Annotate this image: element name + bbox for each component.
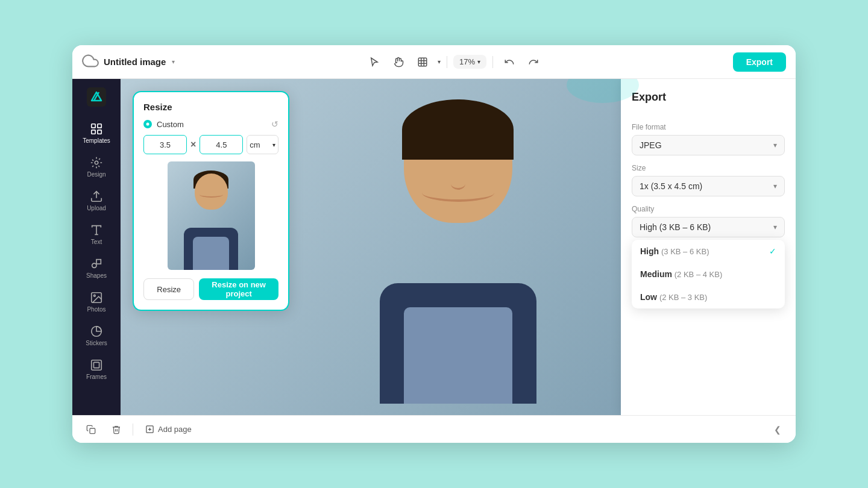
resize-panel: Resize Custom ↺ × cm ▾ <box>133 91 289 311</box>
sidebar-item-templates-label: Templates <box>83 137 110 144</box>
header-left: Untitled image ▾ <box>82 52 175 72</box>
check-icon: ✓ <box>769 246 776 256</box>
width-input[interactable] <box>143 135 187 154</box>
dimension-separator: × <box>190 139 196 150</box>
preview-head <box>195 174 228 210</box>
svg-rect-9 <box>98 130 101 134</box>
title-chevron-icon[interactable]: ▾ <box>172 58 175 65</box>
shapes-icon <box>90 257 103 271</box>
sidebar-item-design[interactable]: Design <box>77 151 116 183</box>
svg-rect-21 <box>90 428 95 434</box>
resize-option-custom: Custom ↺ <box>143 119 278 129</box>
sidebar-item-stickers[interactable]: Stickers <box>77 320 116 351</box>
toolbar-separator-2 <box>492 56 493 68</box>
sidebar-item-upload[interactable]: Upload <box>77 185 116 216</box>
quality-low-label: Low (2 KB – 3 KB) <box>640 292 707 302</box>
unit-select[interactable]: cm ▾ <box>247 135 278 154</box>
hair-shape <box>402 99 514 160</box>
sidebar-item-photos[interactable]: Photos <box>77 286 116 318</box>
zoom-value: 17% <box>459 57 475 66</box>
unit-chevron-icon: ▾ <box>272 142 275 148</box>
size-label: Size <box>632 164 785 172</box>
header: Untitled image ▾ <box>72 45 796 79</box>
resize-actions: Resize Resize on new project <box>143 278 278 300</box>
sidebar-item-text-label: Text <box>91 239 102 245</box>
stickers-icon <box>90 325 103 338</box>
bottom-separator <box>133 424 133 436</box>
undo-button[interactable] <box>499 52 520 72</box>
cursor-tool-button[interactable] <box>364 52 385 72</box>
svg-point-10 <box>95 161 98 164</box>
export-panel-title: Export <box>632 91 785 104</box>
canvas-area[interactable]: Resize Custom ↺ × cm ▾ <box>121 79 796 415</box>
file-format-select[interactable]: JPEG ▾ <box>632 135 785 155</box>
sidebar-item-stickers-label: Stickers <box>86 340 107 346</box>
design-icon <box>90 156 103 169</box>
add-page-label: Add page <box>158 425 192 434</box>
svg-rect-7 <box>98 124 101 128</box>
size-chevron-icon: ▾ <box>773 182 777 190</box>
quality-value: High (3 KB – 6 KB) <box>640 222 711 232</box>
project-title: Untitled image <box>104 57 166 67</box>
sidebar-item-text[interactable]: Text <box>77 219 116 250</box>
frames-icon <box>90 358 103 372</box>
sidebar-item-templates[interactable]: Templates <box>77 117 116 149</box>
file-format-value: JPEG <box>640 140 662 150</box>
header-right: Export <box>733 52 786 72</box>
svg-rect-15 <box>96 260 101 264</box>
toolbar-separator <box>447 56 447 68</box>
refresh-icon[interactable]: ↺ <box>271 119 278 129</box>
collapse-panel-button[interactable]: ❮ <box>769 421 786 438</box>
sidebar-item-upload-label: Upload <box>87 205 106 211</box>
body: Templates Design Upload Text <box>72 79 796 415</box>
export-button[interactable]: Export <box>733 52 786 72</box>
resize-preview <box>168 161 255 270</box>
add-page-icon <box>145 425 154 434</box>
sidebar: Templates Design Upload Text <box>72 79 121 415</box>
height-input[interactable] <box>200 135 243 154</box>
svg-point-14 <box>92 263 96 267</box>
quality-label: Quality <box>632 205 785 213</box>
quality-medium-label: Medium (2 KB – 4 KB) <box>640 269 722 279</box>
svg-rect-8 <box>92 130 95 134</box>
canvas-background: Resize Custom ↺ × cm ▾ <box>121 79 796 415</box>
add-page-button[interactable]: Add page <box>140 422 197 436</box>
svg-rect-19 <box>92 360 102 371</box>
size-select[interactable]: 1x (3.5 x 4.5 cm) ▾ <box>632 176 785 196</box>
zoom-control[interactable]: 17% ▾ <box>453 55 486 69</box>
sidebar-item-shapes[interactable]: Shapes <box>77 252 116 284</box>
quality-option-low[interactable]: Low (2 KB – 3 KB) <box>632 286 785 308</box>
quality-chevron-icon: ▾ <box>773 223 777 231</box>
quality-select[interactable]: High (3 KB – 6 KB) ▾ <box>632 217 785 237</box>
custom-option-label: Custom <box>157 120 184 129</box>
bottom-bar: Add page ❮ <box>72 415 796 443</box>
file-format-label: File format <box>632 123 785 131</box>
delete-page-button[interactable] <box>107 421 125 439</box>
duplicate-page-button[interactable] <box>82 421 100 439</box>
logo <box>86 86 107 108</box>
cloud-icon <box>82 52 99 72</box>
frame-tool-chevron-icon[interactable]: ▾ <box>438 58 441 65</box>
text-icon <box>90 224 103 237</box>
resize-button[interactable]: Resize <box>143 278 194 300</box>
quality-dropdown: High (3 KB – 6 KB) ✓ Medium (2 KB – 4 KB… <box>632 240 785 308</box>
svg-rect-6 <box>92 124 95 128</box>
sidebar-item-shapes-label: Shapes <box>86 272 107 279</box>
bottom-right: ❮ <box>769 421 786 438</box>
quality-option-medium[interactable]: Medium (2 KB – 4 KB) <box>632 263 785 286</box>
hand-tool-button[interactable] <box>388 52 409 72</box>
file-format-chevron-icon: ▾ <box>773 141 777 149</box>
export-panel: Export File format JPEG ▾ Size 1x (3.5 x… <box>621 79 796 415</box>
sidebar-item-frames-label: Frames <box>86 374 107 380</box>
frame-tool-button[interactable] <box>412 52 433 72</box>
unit-value: cm <box>250 140 260 149</box>
sidebar-item-frames[interactable]: Frames <box>77 354 116 385</box>
sidebar-item-photos-label: Photos <box>87 306 105 313</box>
person-silhouette <box>313 90 603 404</box>
custom-radio[interactable] <box>143 120 152 128</box>
quality-option-high[interactable]: High (3 KB – 6 KB) ✓ <box>632 240 785 263</box>
toolbar: ▾ 17% ▾ <box>182 52 725 72</box>
resize-on-new-project-button[interactable]: Resize on new project <box>199 278 278 300</box>
grid-icon <box>90 122 103 136</box>
redo-button[interactable] <box>523 52 544 72</box>
